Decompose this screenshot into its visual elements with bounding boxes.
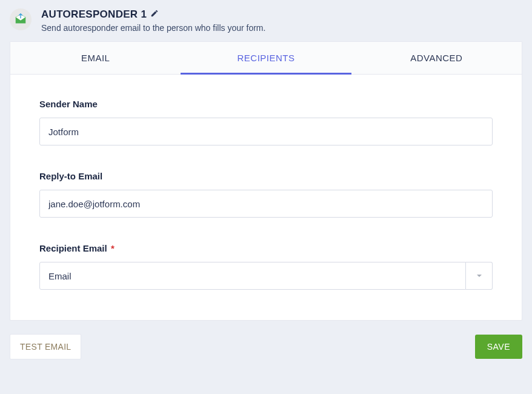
tab-bar: EMAIL RECIPIENTS ADVANCED [10, 42, 522, 75]
footer-actions: TEST EMAIL SAVE [10, 334, 522, 359]
required-mark: * [111, 243, 115, 253]
tab-recipients[interactable]: RECIPIENTS [181, 42, 351, 74]
envelope-icon [10, 8, 32, 30]
save-button[interactable]: SAVE [475, 335, 522, 359]
sender-name-input[interactable] [39, 118, 493, 145]
reply-to-label: Reply-to Email [39, 171, 493, 181]
chevron-down-icon[interactable] [466, 262, 493, 290]
recipient-email-label-text: Recipient Email [39, 243, 107, 253]
tab-email[interactable]: EMAIL [10, 42, 181, 74]
field-sender-name: Sender Name [39, 99, 493, 145]
settings-header: AUTORESPONDER 1 Send autoresponder email… [10, 5, 522, 41]
page-subtitle: Send autoresponder email to the person w… [41, 23, 522, 33]
tab-advanced[interactable]: ADVANCED [351, 42, 522, 74]
recipient-email-value[interactable]: Email [39, 262, 466, 290]
edit-title-icon[interactable] [150, 9, 159, 20]
reply-to-input[interactable] [39, 190, 493, 218]
page-title: AUTORESPONDER 1 [41, 8, 147, 21]
sender-name-label: Sender Name [39, 99, 493, 109]
test-email-button[interactable]: TEST EMAIL [10, 334, 81, 359]
settings-panel: EMAIL RECIPIENTS ADVANCED Sender Name Re… [10, 41, 522, 321]
recipient-email-label: Recipient Email * [39, 243, 493, 253]
recipient-email-select[interactable]: Email [39, 262, 493, 290]
field-recipient-email: Recipient Email * Email [39, 243, 493, 290]
form-area: Sender Name Reply-to Email Recipient Ema… [10, 75, 522, 320]
header-text: AUTORESPONDER 1 Send autoresponder email… [41, 8, 522, 33]
field-reply-to: Reply-to Email [39, 171, 493, 218]
